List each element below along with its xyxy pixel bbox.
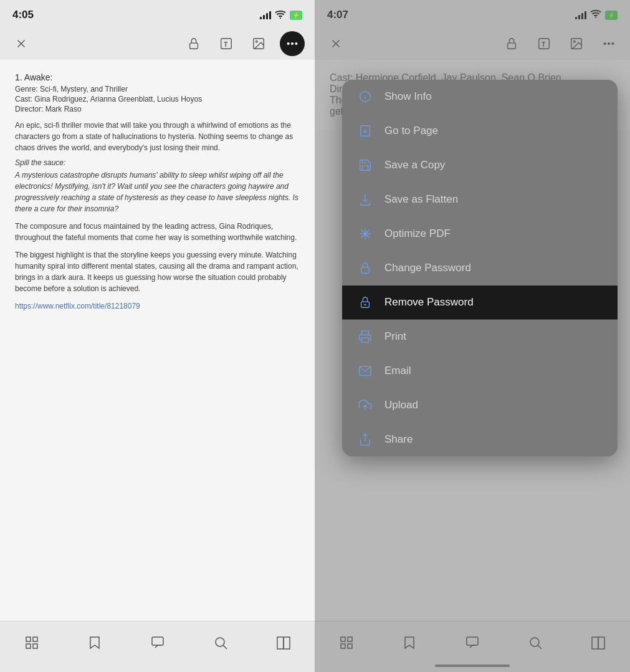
menu-item-optimize-label: Optimize PDF: [384, 228, 451, 240]
svg-text:T: T: [224, 41, 228, 48]
menu-item-remove-password-label: Remove Password: [384, 296, 474, 309]
menu-item-optimize[interactable]: Optimize PDF: [342, 217, 618, 251]
svg-point-7: [255, 41, 257, 42]
svg-point-10: [295, 43, 297, 45]
save-copy-icon: [357, 157, 373, 173]
svg-point-8: [287, 43, 289, 45]
menu-item-upload[interactable]: Upload: [342, 388, 618, 423]
optimize-icon: [357, 226, 373, 242]
signal-bars-icon: [260, 11, 271, 19]
page1-body1: An epic, sci-fi thriller movie that will…: [15, 120, 300, 153]
share-icon: [357, 431, 373, 448]
context-menu: Show Info Go to Page Save a Copy Save as…: [342, 80, 618, 456]
menu-item-save-flatten-label: Save as Flatten: [384, 193, 458, 206]
page1-body3: The biggest highlight is that the storyl…: [15, 249, 300, 294]
goto-icon: [357, 123, 373, 139]
change-password-icon: [357, 260, 373, 276]
right-phone-panel: 4:07 ⚡: [315, 0, 630, 672]
upload-icon: [357, 397, 373, 413]
menu-item-save-copy[interactable]: Save a Copy: [342, 148, 618, 183]
menu-item-show-info[interactable]: Show Info: [342, 80, 618, 114]
tab-book[interactable]: [252, 622, 315, 663]
tab-comment[interactable]: [126, 622, 189, 663]
page1-content: 1. Awake: Genre: Sci-fi, Mystery, and Th…: [0, 60, 315, 621]
menu-item-save-flatten[interactable]: Save as Flatten: [342, 183, 618, 217]
svg-rect-11: [26, 637, 31, 641]
left-phone-panel: 4:05 ⚡: [0, 0, 315, 672]
remove-password-icon: [357, 294, 373, 310]
email-icon: [357, 363, 373, 379]
page1-title: 1. Awake:: [15, 72, 300, 82]
page1-italic-body: A mysterious catastrophe disrupts humans…: [15, 170, 300, 214]
lock-icon[interactable]: [183, 32, 205, 55]
page1-cast: Cast: Gina Rodriguez, Arianna Greenblatt…: [15, 95, 300, 103]
image-icon[interactable]: [247, 32, 270, 55]
svg-point-9: [292, 43, 294, 45]
menu-item-save-copy-label: Save a Copy: [384, 159, 445, 171]
left-status-bar: 4:05 ⚡: [0, 0, 315, 27]
svg-rect-3: [190, 43, 198, 49]
menu-item-remove-password[interactable]: Remove Password: [342, 286, 618, 320]
menu-item-email-label: Email: [384, 365, 411, 377]
left-tab-bar: [0, 621, 315, 672]
print-icon: [357, 329, 373, 345]
menu-item-goto-label: Go to Page: [384, 125, 438, 137]
svg-rect-54: [362, 338, 369, 342]
menu-item-upload-label: Upload: [384, 399, 418, 411]
battery-icon: ⚡: [290, 11, 302, 20]
wifi-icon: [275, 10, 286, 21]
close-button[interactable]: [10, 32, 32, 55]
page1-link[interactable]: https://www.netflix.com/title/81218079: [15, 302, 300, 310]
menu-item-share-label: Share: [384, 433, 413, 446]
text-icon[interactable]: T: [215, 32, 237, 55]
svg-rect-12: [33, 637, 37, 641]
page1-genre: Genre: Sci-fi, Mystery, and Thriller: [15, 85, 300, 94]
menu-item-change-password-label: Change Password: [384, 262, 471, 274]
menu-item-goto-page[interactable]: Go to Page: [342, 114, 618, 148]
svg-rect-13: [26, 644, 31, 648]
menu-item-print-label: Print: [384, 330, 406, 343]
left-toolbar: T: [0, 27, 315, 60]
svg-rect-51: [361, 267, 370, 273]
svg-point-0: [280, 17, 281, 19]
page1-director: Director: Mark Raso: [15, 105, 300, 113]
page1-body2: The composure and focus maintained by th…: [15, 221, 300, 243]
svg-point-16: [216, 638, 224, 646]
svg-rect-14: [33, 644, 37, 648]
save-flatten-icon: [357, 191, 373, 208]
tab-search[interactable]: [189, 622, 252, 663]
page1-italic-heading: Spill the sauce:: [15, 158, 300, 167]
menu-item-print[interactable]: Print: [342, 320, 618, 354]
more-button[interactable]: [280, 31, 305, 56]
menu-item-share[interactable]: Share: [342, 423, 618, 456]
info-icon: [357, 89, 373, 105]
tab-grid[interactable]: [0, 622, 63, 663]
menu-item-email[interactable]: Email: [342, 354, 618, 388]
svg-rect-15: [152, 637, 163, 645]
menu-item-change-password[interactable]: Change Password: [342, 251, 618, 286]
menu-item-show-info-label: Show Info: [384, 90, 432, 103]
left-content-area: 1. Awake: Genre: Sci-fi, Mystery, and Th…: [0, 60, 315, 621]
left-time: 4:05: [12, 9, 34, 21]
svg-line-17: [223, 645, 227, 649]
left-status-icons: ⚡: [260, 10, 302, 21]
tab-bookmark[interactable]: [63, 622, 126, 663]
